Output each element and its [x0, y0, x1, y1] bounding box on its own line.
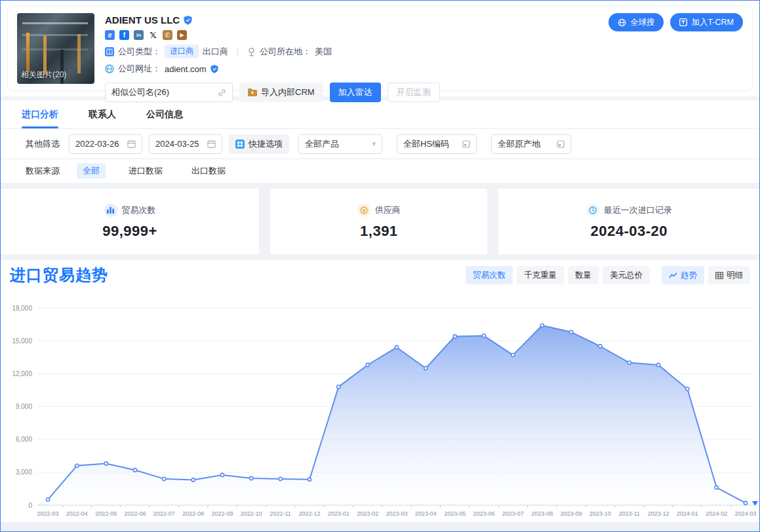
svg-text:2023-01: 2023-01	[328, 510, 350, 517]
svg-text:6,000: 6,000	[16, 436, 32, 443]
trend-toggle-group: 贸易次数 千克重量 数量 美元总价 趋势 明细	[466, 266, 750, 284]
company-type-label: 公司类型：	[118, 46, 161, 58]
svg-text:2023-04: 2023-04	[415, 510, 437, 517]
importer-tag[interactable]: 进口商	[165, 45, 199, 58]
import-crm-button[interactable]: 导入内部CRM	[239, 83, 323, 102]
trend-chart[interactable]: 03,0006,0009,00012,00015,00018,0002022-0…	[1, 290, 759, 522]
company-photo[interactable]: 相关图片(20)	[17, 13, 94, 84]
svg-text:18,000: 18,000	[12, 305, 32, 312]
line-chart-icon	[669, 272, 677, 279]
view-detail-label: 明细	[727, 270, 743, 281]
folder-icon	[248, 88, 257, 96]
source-export-label: 出口数据	[191, 166, 226, 176]
bar-chart-icon	[104, 204, 117, 217]
svg-text:2022-07: 2022-07	[153, 510, 175, 517]
phone-icon[interactable]: ✆	[163, 30, 172, 40]
source-all-label: 全部	[83, 166, 100, 176]
data-source-label: 数据来源	[26, 165, 60, 177]
metric-trade-count-button[interactable]: 贸易次数	[466, 266, 513, 284]
svg-text:2023-11: 2023-11	[619, 510, 640, 517]
source-option-import[interactable]: 进口数据	[123, 163, 169, 179]
page: 相关图片(20) ADIENT US LLC e f in 𝕏 ✆ ▶ 公司类型…	[0, 0, 760, 532]
youtube-icon[interactable]: ▶	[177, 30, 187, 40]
location-label: 公司所在地：	[260, 46, 311, 58]
origin-dropdown[interactable]: 全部原产地	[491, 134, 571, 154]
svg-text:2023-02: 2023-02	[357, 510, 378, 517]
svg-text:2022-11: 2022-11	[270, 510, 291, 517]
tab-import-analysis[interactable]: 进口分析	[22, 100, 58, 128]
monitor-button[interactable]: 开启监测	[388, 83, 440, 102]
svg-text:2022-09: 2022-09	[211, 510, 233, 517]
join-radar-button[interactable]: 加入雷达	[330, 83, 381, 102]
join-tcrm-button[interactable]: 加入T-CRM	[670, 13, 743, 31]
source-import-label: 进口数据	[129, 166, 163, 176]
location-icon	[247, 47, 256, 56]
date-to-input[interactable]: 2024-03-25	[149, 134, 222, 154]
product-dropdown[interactable]: 全部产品 ▾	[298, 134, 382, 154]
join-radar-label: 加入雷达	[338, 86, 372, 98]
svg-text:12,000: 12,000	[12, 370, 32, 377]
hs-code-value: 全部HS编码	[403, 138, 449, 150]
date-to-value: 2024-03-25	[155, 139, 199, 149]
panel-select-icon	[462, 140, 470, 148]
quick-options-icon	[235, 140, 245, 149]
similar-company-input[interactable]: 相似公司名(26)	[105, 83, 233, 102]
global-search-button[interactable]: 全球搜	[609, 13, 664, 31]
svg-text:2022-05: 2022-05	[95, 510, 117, 517]
stat-last-import-label: 最近一次进口记录	[604, 204, 672, 216]
svg-text:2024-02: 2024-02	[706, 510, 727, 517]
product-dropdown-value: 全部产品	[305, 138, 339, 150]
exporter-tag[interactable]: 出口商	[203, 46, 228, 58]
svg-text:2022-04: 2022-04	[66, 510, 88, 517]
view-detail-button[interactable]: 明细	[708, 266, 750, 284]
svg-text:15,000: 15,000	[12, 337, 32, 345]
linkedin-icon[interactable]: in	[134, 30, 144, 40]
panel-select-icon	[557, 140, 565, 148]
data-source-row: 数据来源 全部 进口数据 出口数据	[1, 159, 759, 183]
main-tabbar: 进口分析 联系人 公司信息	[1, 100, 759, 129]
website-value[interactable]: adient.com	[165, 64, 207, 74]
origin-value: 全部原产地	[498, 138, 540, 150]
stat-last-import-value: 2024-03-20	[590, 223, 668, 240]
metric-usd-total-label: 美元总价	[610, 270, 643, 281]
source-option-all[interactable]: 全部	[77, 163, 106, 179]
tab-company-info[interactable]: 公司信息	[146, 100, 183, 128]
quick-options-button[interactable]: 快捷选项	[229, 134, 289, 154]
source-option-export[interactable]: 出口数据	[186, 163, 231, 179]
svg-text:3,000: 3,000	[16, 468, 32, 476]
svg-text:2022-03: 2022-03	[37, 510, 58, 517]
verified-shield-icon	[184, 16, 192, 25]
calendar-icon	[127, 140, 136, 148]
divider	[237, 47, 238, 56]
stat-suppliers-label: 供应商	[375, 204, 401, 216]
trend-chart-svg: 03,0006,0009,00012,00015,00018,0002022-0…	[1, 290, 760, 520]
chevron-down-icon: ▾	[372, 140, 376, 148]
metric-quantity-button[interactable]: 数量	[568, 266, 599, 284]
stat-suppliers-value: 1,391	[360, 223, 398, 240]
svg-text:2024-03: 2024-03	[734, 510, 756, 517]
view-trend-button[interactable]: 趋势	[662, 266, 704, 284]
facebook-icon[interactable]: f	[119, 30, 129, 40]
metric-kg-weight-button[interactable]: 千克重量	[517, 266, 564, 284]
global-search-label: 全球搜	[630, 17, 655, 28]
company-name: ADIENT US LLC	[105, 14, 180, 26]
related-images-label[interactable]: 相关图片(20)	[21, 69, 66, 81]
svg-text:2022-06: 2022-06	[124, 510, 146, 517]
website-e-icon[interactable]: e	[105, 30, 115, 40]
bottom-strip	[1, 522, 759, 531]
tcrm-icon	[679, 18, 687, 26]
tab-contacts-label: 联系人	[89, 109, 116, 121]
svg-text:2023-09: 2023-09	[560, 510, 582, 517]
other-filters-label: 其他筛选	[26, 138, 60, 150]
date-from-input[interactable]: 2022-03-26	[69, 134, 142, 154]
tab-contacts[interactable]: 联系人	[89, 100, 116, 128]
monitor-label: 开启监测	[397, 86, 431, 98]
tab-import-analysis-label: 进口分析	[22, 109, 58, 121]
svg-text:0: 0	[28, 502, 32, 509]
metric-usd-total-button[interactable]: 美元总价	[603, 266, 650, 284]
x-twitter-icon[interactable]: 𝕏	[148, 30, 158, 40]
stat-trade-count-value: 99,999+	[102, 223, 157, 240]
hs-code-dropdown[interactable]: 全部HS编码	[397, 134, 477, 154]
metric-kg-weight-label: 千克重量	[524, 270, 557, 281]
trend-title: 进口贸易趋势	[10, 265, 108, 286]
